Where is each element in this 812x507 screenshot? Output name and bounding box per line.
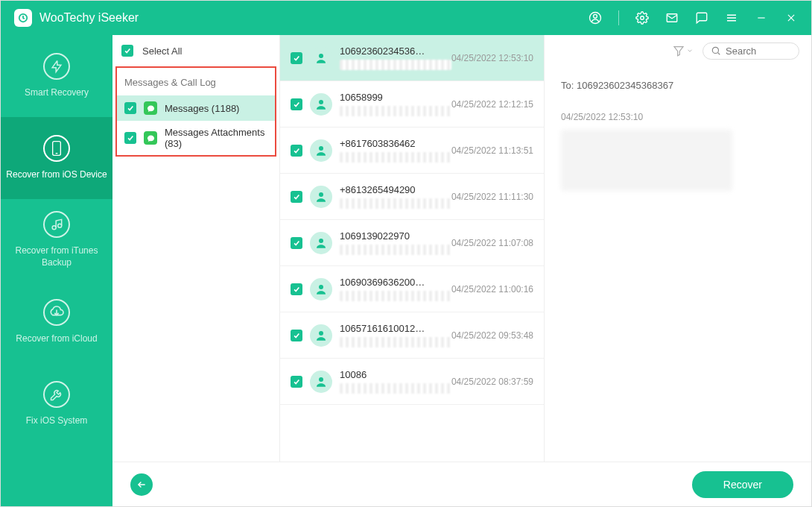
bottom-bar: Recover bbox=[112, 462, 811, 506]
fix-ios-system-icon bbox=[43, 381, 70, 408]
nav-item-fix-ios-system[interactable]: Fix iOS System bbox=[1, 363, 112, 445]
search-input[interactable] bbox=[726, 45, 785, 57]
message-timestamp: 04/25/2022 09:53:48 bbox=[451, 330, 533, 341]
search-box[interactable] bbox=[702, 42, 799, 60]
nav-item-smart-recovery[interactable]: Smart Recovery bbox=[1, 35, 112, 117]
svg-marker-24 bbox=[674, 47, 683, 56]
message-checkbox[interactable] bbox=[291, 191, 302, 203]
message-checkbox[interactable] bbox=[291, 330, 302, 341]
svg-point-16 bbox=[319, 54, 323, 58]
message-timestamp: 04/25/2022 12:12:15 bbox=[451, 99, 533, 110]
message-preview bbox=[340, 291, 451, 301]
category-highlight-box: Messages & Call Log Messages (1188)Messa… bbox=[115, 66, 276, 157]
message-phone: 10658999 bbox=[340, 92, 444, 103]
nav-item-recover-icloud[interactable]: Recover from iCloud bbox=[1, 281, 112, 363]
select-all-label: Select All bbox=[142, 45, 182, 57]
recover-ios-device-icon bbox=[43, 135, 70, 162]
app-title: WooTechy iSeeker bbox=[39, 11, 139, 25]
message-row[interactable]: 10692360234536…04/25/2022 12:53:10 bbox=[280, 35, 544, 81]
message-timestamp: 04/25/2022 11:00:16 bbox=[451, 284, 533, 295]
message-phone: +8613265494290 bbox=[340, 184, 444, 195]
nav-label: Recover from iOS Device bbox=[1, 169, 111, 181]
select-all-checkbox[interactable] bbox=[121, 45, 133, 57]
message-checkbox[interactable] bbox=[291, 52, 302, 64]
message-timestamp: 04/25/2022 08:37:59 bbox=[451, 377, 533, 387]
recover-icloud-icon bbox=[43, 299, 70, 326]
menu-icon[interactable] bbox=[725, 11, 738, 25]
message-checkbox[interactable] bbox=[291, 98, 302, 110]
category-item-messages[interactable]: Messages (1188) bbox=[117, 95, 275, 121]
message-preview bbox=[340, 337, 451, 347]
category-label: Messages Attachments (83) bbox=[165, 127, 267, 149]
message-phone: +8617603836462 bbox=[340, 138, 444, 149]
message-phone: 1069139022970 bbox=[340, 230, 444, 242]
messages-app-icon bbox=[144, 101, 157, 115]
minimize-icon[interactable] bbox=[755, 11, 768, 25]
message-row[interactable]: +861326549429004/25/2022 11:11:30 bbox=[280, 174, 544, 220]
message-phone: 10657161610012… bbox=[340, 323, 444, 334]
avatar-icon bbox=[310, 278, 332, 300]
avatar-icon bbox=[310, 324, 332, 347]
close-icon[interactable] bbox=[784, 11, 798, 25]
message-row[interactable]: 10657161610012…04/25/2022 09:53:48 bbox=[280, 312, 544, 359]
message-row[interactable]: +861760383646204/25/2022 11:13:51 bbox=[280, 127, 544, 174]
select-all-row[interactable]: Select All bbox=[112, 35, 279, 66]
nav-label: Fix iOS System bbox=[22, 415, 92, 427]
avatar-icon bbox=[310, 371, 332, 393]
message-timestamp: 04/25/2022 11:13:51 bbox=[451, 145, 533, 156]
mail-icon[interactable] bbox=[665, 11, 679, 25]
svg-point-13 bbox=[52, 226, 56, 230]
feedback-icon[interactable] bbox=[695, 11, 708, 25]
message-timestamp: 04/25/2022 11:07:08 bbox=[451, 238, 533, 248]
message-row[interactable]: 10690369636200…04/25/2022 11:00:16 bbox=[280, 266, 544, 312]
message-preview bbox=[340, 198, 451, 209]
nav-label: Recover from iTunes Backup bbox=[1, 245, 112, 268]
nav-item-recover-itunes-backup[interactable]: Recover from iTunes Backup bbox=[1, 199, 112, 281]
message-preview bbox=[340, 245, 451, 255]
category-group-title: Messages & Call Log bbox=[117, 68, 275, 95]
svg-point-17 bbox=[319, 100, 323, 104]
message-row[interactable]: 106913902297004/25/2022 11:07:08 bbox=[280, 220, 544, 266]
message-checkbox[interactable] bbox=[291, 376, 302, 388]
detail-message-body bbox=[561, 130, 732, 191]
message-preview bbox=[340, 383, 451, 394]
recover-button[interactable]: Recover bbox=[692, 471, 793, 498]
settings-icon[interactable] bbox=[635, 11, 649, 25]
svg-point-2 bbox=[594, 14, 597, 18]
svg-line-26 bbox=[718, 53, 720, 55]
avatar-icon bbox=[310, 139, 332, 162]
nav-label: Recover from iCloud bbox=[11, 333, 101, 345]
back-button[interactable] bbox=[130, 473, 153, 496]
message-checkbox[interactable] bbox=[291, 283, 302, 295]
avatar-icon bbox=[310, 232, 332, 254]
svg-point-3 bbox=[641, 16, 644, 20]
app-logo bbox=[14, 9, 32, 27]
user-icon[interactable] bbox=[589, 11, 602, 25]
filter-button[interactable] bbox=[673, 45, 694, 57]
recover-itunes-backup-icon bbox=[43, 211, 70, 238]
avatar-icon bbox=[310, 93, 332, 116]
category-item-messages-attachments[interactable]: Messages Attachments (83) bbox=[117, 121, 275, 155]
message-checkbox[interactable] bbox=[291, 145, 302, 157]
message-row[interactable]: 1008604/25/2022 08:37:59 bbox=[280, 359, 544, 405]
message-detail-panel: To: 106923602345368367 04/25/2022 12:53:… bbox=[545, 35, 811, 462]
detail-to-line: To: 106923602345368367 bbox=[561, 80, 795, 91]
avatar-icon bbox=[310, 186, 332, 208]
nav-label: Smart Recovery bbox=[20, 87, 93, 99]
message-timestamp: 04/25/2022 11:11:30 bbox=[451, 192, 533, 202]
message-checkbox[interactable] bbox=[291, 237, 302, 249]
message-row[interactable]: 1065899904/25/2022 12:12:15 bbox=[280, 81, 544, 127]
message-phone: 10086 bbox=[340, 369, 444, 380]
svg-point-18 bbox=[319, 146, 323, 151]
svg-point-23 bbox=[319, 377, 323, 382]
sidebar-nav: Smart RecoveryRecover from iOS DeviceRec… bbox=[1, 35, 112, 506]
svg-point-22 bbox=[319, 331, 323, 336]
nav-item-recover-ios-device[interactable]: Recover from iOS Device bbox=[1, 117, 112, 199]
detail-timestamp: 04/25/2022 12:53:10 bbox=[561, 112, 795, 122]
titlebar-actions bbox=[589, 10, 798, 25]
svg-point-21 bbox=[319, 285, 323, 289]
svg-point-19 bbox=[319, 192, 323, 197]
category-panel: Select All Messages & Call Log Messages … bbox=[112, 35, 280, 462]
category-checkbox[interactable] bbox=[124, 132, 136, 144]
category-checkbox[interactable] bbox=[124, 102, 136, 114]
